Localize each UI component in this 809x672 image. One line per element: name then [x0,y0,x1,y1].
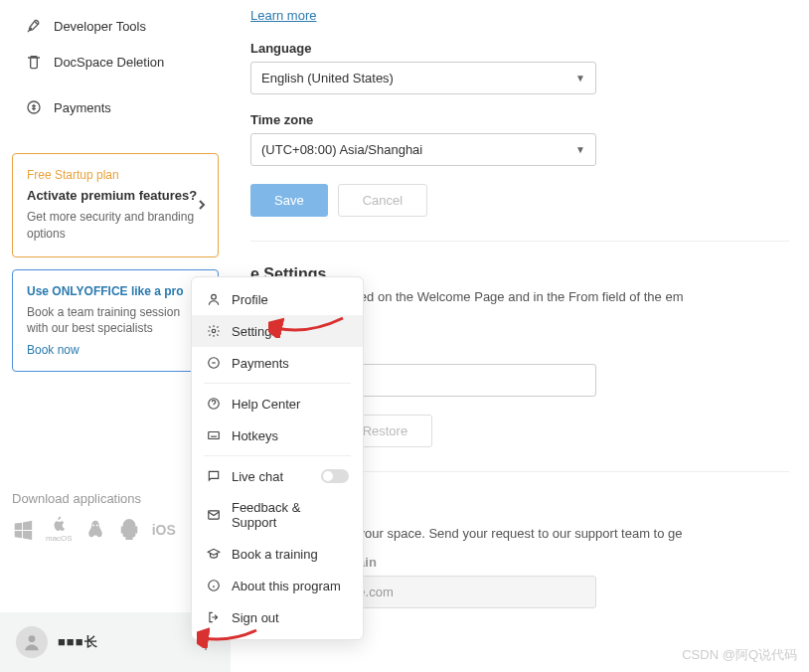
timezone-label: Time zone [250,112,789,127]
watermark: CSDN @阿Q说代码 [682,646,797,664]
avatar[interactable] [16,626,48,658]
promo-desc: Get more security and branding options [27,209,204,243]
menu-label: Help Center [232,397,300,412]
windows-icon[interactable] [12,519,34,541]
user-dropdown-menu: Profile Settings Payments Help Center Ho… [191,276,364,640]
chat-icon [206,468,222,484]
wrench-icon [26,18,42,34]
nav-developer-tools[interactable]: Developer Tools [0,8,231,44]
svg-point-3 [29,635,36,642]
coin-icon [206,355,222,371]
save-button[interactable]: Save [250,184,328,217]
menu-help-center[interactable]: Help Center [192,388,363,420]
signout-icon [206,609,222,625]
nav-label: Developer Tools [54,19,146,34]
svg-point-1 [92,524,94,526]
ios-icon[interactable]: iOS [152,522,176,538]
promo-training[interactable]: Use ONLYOFFICE like a pro Book a team tr… [12,269,219,373]
linux-icon[interactable] [84,519,106,541]
language-label: Language [250,41,789,56]
trash-icon [26,54,42,70]
menu-about[interactable]: About this program [192,570,363,601]
menu-label: Live chat [232,469,283,484]
live-chat-toggle[interactable] [321,469,349,483]
promo-tag: Free Startup plan [27,168,204,182]
menu-divider [204,455,351,456]
mail-icon [206,507,222,523]
promo-desc: Book a team training session with our be… [27,304,204,338]
graduation-icon [206,546,222,562]
coin-icon [26,99,42,115]
download-label: Download applications [12,491,219,506]
menu-label: About this program [232,579,341,593]
menu-feedback[interactable]: Feedback & Support [192,492,363,538]
learn-more-link[interactable]: Learn more [250,8,316,23]
nav-label: Payments [54,100,111,115]
android-icon[interactable] [118,519,140,541]
menu-label: Payments [232,356,289,371]
menu-label: Hotkeys [232,428,278,443]
menu-payments[interactable]: Payments [192,347,363,379]
svg-point-4 [212,294,217,299]
cancel-button[interactable]: Cancel [338,184,427,217]
nav-label: DocSpace Deletion [54,55,164,70]
promo-startup[interactable]: Free Startup plan Activate premium featu… [12,153,219,257]
menu-label: Profile [232,292,268,307]
username: ■■■长 [58,633,98,651]
menu-label: Sign out [232,610,279,625]
nav-payments[interactable]: Payments [0,89,231,125]
macos-icon[interactable]: macOS [46,516,73,543]
svg-point-5 [212,329,216,333]
chevron-right-icon [198,199,206,211]
info-icon [206,578,222,593]
timezone-select[interactable]: (UTC+08:00) Asia/Shanghai ▼ [250,133,596,166]
menu-book-training[interactable]: Book a training [192,538,363,570]
promo-tag: Use ONLYOFFICE like a pro [27,284,204,298]
book-now-link[interactable]: Book now [27,343,80,357]
divider [250,241,789,242]
help-icon [206,396,222,412]
menu-settings[interactable]: Settings [192,315,363,347]
menu-sign-out[interactable]: Sign out [192,601,363,633]
menu-label: Book a training [232,547,318,562]
select-value: English (United States) [261,71,394,85]
menu-label: Feedback & Support [232,500,349,530]
menu-profile[interactable]: Profile [192,283,363,315]
language-select[interactable]: English (United States) ▼ [250,62,596,94]
promo-title: Activate premium features? [27,188,204,203]
user-icon [206,291,222,307]
nav-docspace-deletion[interactable]: DocSpace Deletion [0,44,231,80]
svg-point-2 [96,524,98,526]
keyboard-icon [206,427,222,443]
menu-divider [204,383,351,384]
gear-icon [206,323,222,339]
chevron-down-icon: ▼ [575,73,585,84]
svg-rect-8 [209,432,220,439]
menu-label: Settings [232,324,278,339]
menu-live-chat[interactable]: Live chat [192,460,363,492]
select-value: (UTC+08:00) Asia/Shanghai [261,142,422,157]
menu-hotkeys[interactable]: Hotkeys [192,420,363,451]
chevron-down-icon: ▼ [575,144,585,155]
